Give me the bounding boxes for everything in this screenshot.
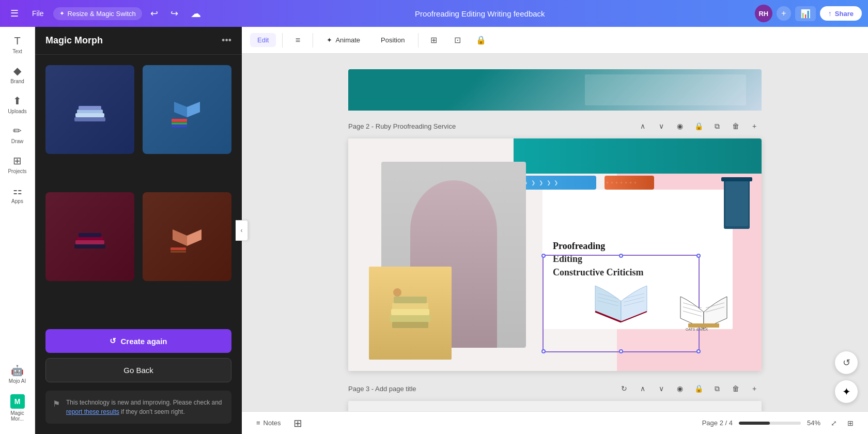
redo-button[interactable]: ↪ [166,6,182,21]
page3-up-button[interactable]: ∧ [636,381,650,396]
sidebar-item-draw[interactable]: ✏ Draw [2,120,33,148]
sidebar-item-apps[interactable]: ⚏ Apps [2,180,33,208]
selection-handle-bl[interactable] [541,349,546,353]
sidebar-item-uploads[interactable]: ⬆ Uploads [2,90,33,118]
svg-rect-6 [172,125,187,127]
page3-content [348,401,762,411]
page3-down-button[interactable]: ∨ [654,381,669,396]
resize-magic-switch-button[interactable]: Resize & Magic Switch [53,7,142,20]
collapse-panel-handle[interactable]: ‹ [236,220,248,241]
magic-ai-button[interactable]: ✦ [835,380,858,403]
sidebar-item-apps-label: Apps [11,198,23,204]
page3-delete-button[interactable]: 🗑 [729,381,743,396]
page-visibility-button[interactable]: ◉ [673,119,687,133]
analytics-button[interactable]: 📊 [795,6,816,21]
page2-label: Page 2 - Ruby Proofreading Service [348,122,456,130]
selection-handle-tm[interactable] [619,254,623,258]
sidebar-item-text-label: Text [12,49,22,54]
page-down-button[interactable]: ∨ [654,119,669,133]
svg-rect-14 [394,297,427,303]
zoom-level[interactable]: 54% [807,419,820,427]
share-button[interactable]: Share [820,6,862,21]
svg-rect-16 [390,315,431,322]
canvas-page-3-partial[interactable] [348,401,762,411]
page1-partial-element [585,74,746,105]
thumbnail-1[interactable] [45,65,134,154]
magic-morph-panel: Magic Morph ••• [35,27,242,434]
uploads-icon: ⬆ [13,95,22,107]
transparency-button[interactable]: ⊞ [425,32,442,49]
svg-rect-15 [391,309,429,315]
sidebar-item-text[interactable]: T Text [2,31,33,58]
chevron-left-icon: ‹ [241,227,243,234]
svg-rect-0 [77,110,103,114]
grid-view-button[interactable]: ⊞ [843,416,858,430]
thumbnail-2[interactable] [143,65,231,154]
page3-visibility-button[interactable]: ◉ [673,381,687,396]
svg-rect-4 [172,119,187,122]
bottom-sidebar-items: 🤖 Mojo AI M Magic Mor... [2,360,33,430]
flag-icon: ⚑ [53,399,60,409]
report-link[interactable]: report these results [66,408,119,415]
refresh-icon: ↺ [110,336,116,346]
book-stack-right-top [712,138,762,278]
animate-button[interactable]: ✦ Animate [319,33,367,47]
notes-button[interactable]: ≡ Notes [252,417,285,429]
page-up-button[interactable]: ∧ [636,119,650,133]
svg-point-18 [393,288,401,297]
svg-rect-12 [171,251,186,253]
svg-rect-17 [392,322,428,328]
svg-rect-9 [75,240,104,244]
refresh-canvas-button[interactable]: ↺ [835,351,858,374]
add-collaborator-button[interactable]: + [777,6,791,21]
sidebar-item-magic-morph[interactable]: M Magic Mor... [2,390,33,426]
page3-duplicate-button[interactable]: ⧉ [710,381,724,396]
selection-handle-bm[interactable] [619,349,623,353]
page3-controls: ↻ ∧ ∨ ◉ 🔒 ⧉ 🗑 + [617,381,762,396]
lock-button[interactable]: 🔒 [472,32,490,49]
page-lock-button[interactable]: 🔒 [691,119,706,133]
create-again-button[interactable]: ↺ Create again [45,329,231,353]
toolbar-separator-3 [418,33,419,48]
sidebar-item-brand[interactable]: ◆ Brand [2,60,33,88]
go-back-button[interactable]: Go Back [45,358,231,382]
document-title: Proofreading Editing Writing feedback [209,9,751,18]
crop-button[interactable]: ⊡ [448,32,466,49]
sidebar-item-projects[interactable]: ⊞ Projects [2,150,33,178]
menu-icon[interactable]: ☰ [6,6,23,21]
position-button[interactable]: Position [374,33,412,47]
undo-button[interactable]: ↩ [146,6,162,21]
secondary-toolbar: Edit ≡ ✦ Animate Position ⊞ ⊡ 🔒 [242,27,868,54]
page3-lock-button[interactable]: 🔒 [691,381,706,396]
sidebar-item-projects-label: Projects [8,168,26,174]
canvas-scroll[interactable]: Page 2 - Ruby Proofreading Service ∧ ∨ ◉… [242,54,868,411]
selection-handle-tr[interactable] [696,254,701,258]
left-sidebar: T Text ◆ Brand ⬆ Uploads ✏ Draw ⊞ Projec… [0,27,35,434]
page-delete-button[interactable]: 🗑 [729,119,743,133]
page-duplicate-button[interactable]: ⧉ [710,119,724,133]
svg-rect-8 [79,233,101,237]
thumbnail-4[interactable] [143,192,231,281]
svg-rect-3 [74,117,105,121]
sidebar-item-mojo-ai[interactable]: 🤖 Mojo AI [2,360,33,388]
page2-label-row: Page 2 - Ruby Proofreading Service ∧ ∨ ◉… [348,119,762,133]
notes-icon: ≡ [256,419,260,427]
page3-add-button[interactable]: + [747,381,762,396]
thumbnail-3[interactable] [45,192,134,281]
toolbar-separator-2 [313,33,313,48]
page-add-button[interactable]: + [747,119,762,133]
expand-view-button[interactable]: ⤢ [827,416,841,430]
orange-banner [605,176,654,190]
sidebar-item-brand-label: Brand [10,79,24,84]
format-menu-button[interactable]: ≡ [289,32,306,49]
selection-handle-tl[interactable] [541,254,546,258]
panel-notice: ⚑ This technology is new and improving. … [45,391,231,424]
page3-sync-button[interactable]: ↻ [617,381,631,396]
canvas-page-2[interactable]: RUBY H Proofreading Editing [348,138,762,371]
cloud-save-button[interactable]: ☁ [187,5,205,22]
file-menu-button[interactable]: File [27,7,49,20]
panel-menu-button[interactable]: ••• [222,35,231,46]
edit-button[interactable]: Edit [250,33,276,47]
avatar[interactable]: RH [755,5,772,22]
show-pages-button[interactable]: ⊞ [291,415,304,431]
